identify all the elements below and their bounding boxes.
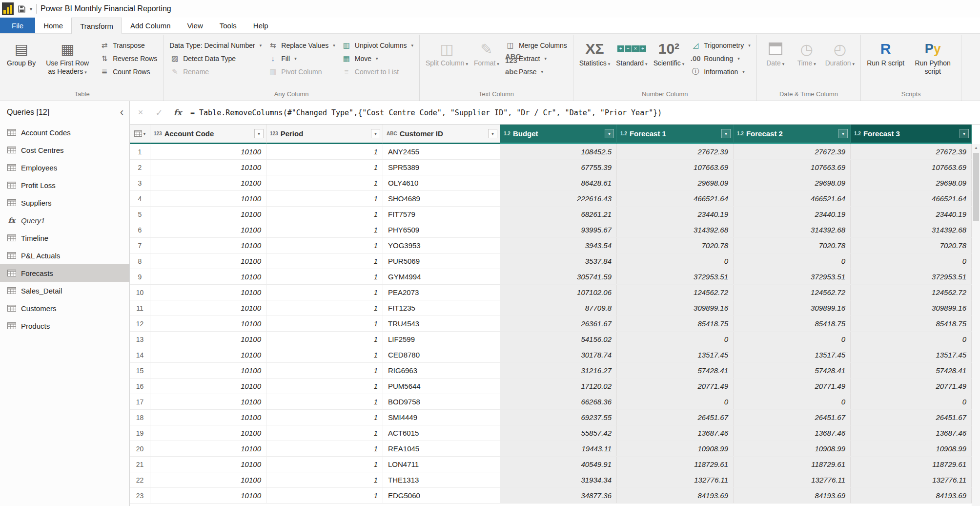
row-number[interactable]: 18 [130, 410, 150, 425]
cell[interactable]: 10100 [150, 222, 266, 237]
cell[interactable]: 23440.19 [734, 207, 851, 222]
row-number[interactable]: 10 [130, 285, 150, 300]
reverse-rows-button[interactable]: ⇅ Reverse Rows [96, 52, 160, 65]
cell[interactable]: 107102.06 [500, 285, 617, 300]
cell[interactable]: 57428.41 [851, 363, 972, 378]
cell[interactable]: 13517.45 [851, 347, 972, 362]
scroll-up-arrow-icon[interactable]: ▲ [972, 144, 980, 152]
filter-dropdown-button[interactable]: ▾ [254, 129, 264, 138]
cell[interactable]: 466521.64 [734, 191, 851, 206]
column-header-budget[interactable]: 1.2Budget▾ [500, 125, 617, 144]
cell[interactable]: 0 [617, 332, 734, 347]
query-item-p-l-actuals[interactable]: P&L Actuals [0, 247, 129, 264]
row-number[interactable]: 2 [130, 160, 150, 175]
cell[interactable]: 85418.75 [851, 316, 972, 331]
row-number[interactable]: 21 [130, 457, 150, 472]
save-icon[interactable] [18, 5, 26, 13]
cell[interactable]: 466521.64 [617, 191, 734, 206]
cell[interactable]: GYM4994 [383, 269, 500, 284]
filter-dropdown-button[interactable]: ▾ [488, 129, 497, 138]
cell[interactable]: 17120.02 [500, 379, 617, 394]
tab-home[interactable]: Home [35, 18, 71, 33]
row-number[interactable]: 6 [130, 222, 150, 237]
row-number[interactable]: 13 [130, 332, 150, 347]
cell[interactable]: 1 [266, 363, 383, 378]
cell[interactable]: 7020.78 [851, 238, 972, 253]
scrollbar-thumb[interactable] [973, 153, 979, 221]
query-item-cost-centres[interactable]: Cost Centres [0, 141, 129, 159]
column-header-customer-id[interactable]: ABCCustomer ID▾ [383, 125, 500, 144]
cell[interactable]: 85418.75 [617, 316, 734, 331]
row-number[interactable]: 16 [130, 379, 150, 394]
cell[interactable]: 10100 [150, 441, 266, 456]
cell[interactable]: 29698.09 [851, 175, 972, 190]
tab-transform[interactable]: Transform [71, 18, 122, 34]
vertical-scrollbar[interactable]: ▲ [972, 144, 980, 506]
cell[interactable]: 3943.54 [500, 238, 617, 253]
cell[interactable]: FIT1235 [383, 300, 500, 316]
cell[interactable]: 20771.49 [617, 379, 734, 394]
cell[interactable]: 7020.78 [617, 238, 734, 253]
row-number[interactable]: 22 [130, 472, 150, 487]
cell[interactable]: 10100 [150, 410, 266, 425]
filter-dropdown-button[interactable]: ▾ [721, 129, 731, 138]
detect-data-type-button[interactable]: ▨ Detect Data Type [166, 52, 265, 65]
cell[interactable]: PHY6509 [383, 222, 500, 237]
cell[interactable]: ANY2455 [383, 144, 500, 159]
cell[interactable]: 27672.39 [734, 144, 851, 159]
row-number[interactable]: 11 [130, 300, 150, 316]
cell[interactable]: 1 [266, 253, 383, 269]
tab-help[interactable]: Help [245, 18, 277, 33]
replace-values-button[interactable]: ⇆ Replace Values ▾ [265, 39, 338, 52]
cell[interactable]: 7020.78 [734, 238, 851, 253]
cell[interactable]: 1 [266, 300, 383, 316]
cell[interactable]: 10100 [150, 160, 266, 175]
cell[interactable]: 0 [734, 253, 851, 269]
tab-view[interactable]: View [179, 18, 211, 33]
cell[interactable]: 305741.59 [500, 269, 617, 284]
cell[interactable]: 1 [266, 269, 383, 284]
cell[interactable]: 309899.16 [617, 300, 734, 316]
cell[interactable]: 31934.34 [500, 472, 617, 487]
cell[interactable]: 10100 [150, 269, 266, 284]
cell[interactable]: 10100 [150, 144, 266, 159]
cell[interactable]: 1 [266, 410, 383, 425]
cell[interactable]: 10100 [150, 316, 266, 331]
cell[interactable]: 1 [266, 144, 383, 159]
cell[interactable]: 372953.51 [617, 269, 734, 284]
cell[interactable]: 107663.69 [617, 160, 734, 175]
column-header-forecast-2[interactable]: 1.2Forecast 2▾ [734, 125, 851, 144]
cell[interactable]: 27672.39 [617, 144, 734, 159]
cell[interactable]: 13517.45 [734, 347, 851, 362]
cell[interactable]: EDG5060 [383, 488, 500, 503]
filter-dropdown-button[interactable]: ▾ [838, 129, 848, 138]
cell[interactable]: 69237.55 [500, 410, 617, 425]
cell[interactable]: FIT7579 [383, 207, 500, 222]
cell[interactable]: 10100 [150, 347, 266, 362]
query-item-forecasts[interactable]: Forecasts [0, 264, 129, 282]
query-item-sales-detail[interactable]: Sales_Detail [0, 282, 129, 299]
formula-input[interactable] [190, 108, 975, 117]
cell[interactable]: TRU4543 [383, 316, 500, 331]
cell[interactable]: 124562.72 [734, 285, 851, 300]
cell[interactable]: SPR5389 [383, 160, 500, 175]
cell[interactable]: 108452.5 [500, 144, 617, 159]
cell[interactable]: ACT6015 [383, 425, 500, 441]
cell[interactable]: 23440.19 [851, 207, 972, 222]
cell[interactable]: 1 [266, 160, 383, 175]
cell[interactable]: THE1313 [383, 472, 500, 487]
cell[interactable]: 10908.99 [734, 441, 851, 456]
cell[interactable]: 1 [266, 316, 383, 331]
cell[interactable]: 13687.46 [851, 425, 972, 441]
statistics-button[interactable]: ΧΣ Statistics▾ [576, 36, 613, 68]
cell[interactable]: 372953.51 [734, 269, 851, 284]
cell[interactable]: LIF2599 [383, 332, 500, 347]
query-item-customers[interactable]: Customers [0, 299, 129, 317]
tab-file[interactable]: File [0, 18, 35, 33]
cell[interactable]: 26451.67 [851, 410, 972, 425]
tab-tools[interactable]: Tools [211, 18, 245, 33]
query-item-query1[interactable]: fxQuery1 [0, 211, 129, 229]
cell[interactable]: 84193.69 [617, 488, 734, 503]
cell[interactable]: 30178.74 [500, 347, 617, 362]
cell[interactable]: CED8780 [383, 347, 500, 362]
